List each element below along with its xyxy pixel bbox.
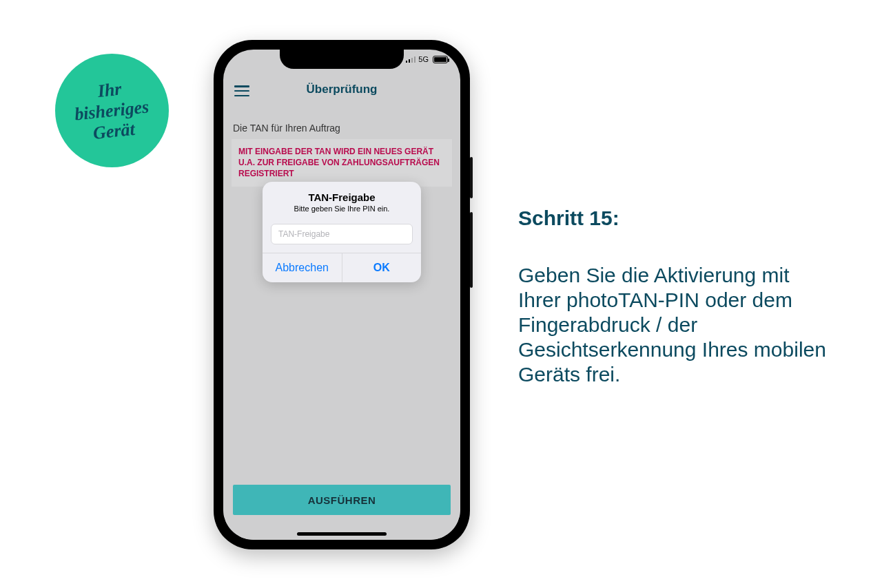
tan-dialog: TAN-Freigabe Bitte geben Sie Ihre PIN ei… [263,182,421,282]
notch [280,50,404,69]
dialog-title: TAN-Freigabe [272,191,411,203]
step-body: Geben Sie die Aktivierung mit Ihrer phot… [518,263,828,387]
execute-button[interactable]: AUSFÜHREN [233,485,451,515]
phone-screen: 5G Überprüfung Die TAN für Ihren Auftrag… [223,50,460,540]
app-content: Die TAN für Ihren Auftrag MIT EINGABE DE… [223,113,460,540]
status-bar: 5G [406,55,448,63]
tan-info-label: Die TAN für Ihren Auftrag [223,113,460,139]
step-heading: Schritt 15: [518,207,828,230]
battery-icon [433,56,448,63]
home-indicator[interactable] [297,532,387,536]
header-title: Überprüfung [223,83,460,96]
device-badge-text: Ihr bisheriges Gerät [72,76,152,145]
ok-button[interactable]: OK [342,253,422,282]
phone-mockup: 5G Überprüfung Die TAN für Ihren Auftrag… [214,40,470,549]
device-badge: Ihr bisheriges Gerät [55,54,169,167]
cancel-button[interactable]: Abbrechen [263,253,342,282]
signal-icon [406,56,416,63]
pin-input[interactable] [271,224,413,244]
menu-icon[interactable] [234,85,249,96]
dialog-subtitle: Bitte geben Sie Ihre PIN ein. [272,204,411,213]
network-label: 5G [418,55,429,63]
instruction-panel: Schritt 15: Geben Sie die Aktivierung mi… [518,207,828,387]
warning-banner: MIT EINGABE DER TAN WIRD EIN NEUES GERÄT… [232,139,452,187]
